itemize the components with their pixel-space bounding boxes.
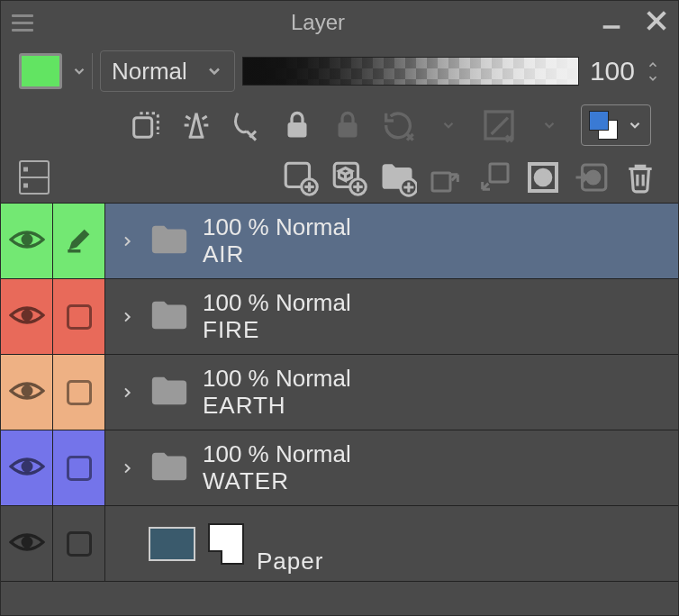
folder-icon [149,222,190,261]
visibility-toggle[interactable] [1,506,53,581]
lock-box-icon [67,531,92,557]
paper-icon [208,523,244,565]
menu-icon[interactable] [8,8,37,37]
svg-rect-24 [490,164,508,182]
swatch-dropdown[interactable] [69,53,93,89]
minimize-button[interactable] [599,8,624,37]
layer-name: AIR [203,241,351,268]
edit-lock-toggle[interactable] [53,279,105,354]
layer-list: 100 % NormalAIR100 % NormalFIRE100 % Nor… [1,203,678,615]
visibility-toggle[interactable] [1,430,53,505]
selection-icon[interactable] [228,106,266,144]
chevron-down-icon[interactable] [646,72,660,85]
visibility-toggle[interactable] [1,355,53,430]
edit-lock-toggle[interactable] [53,506,105,581]
layer-meta: 100 % Normal [203,214,351,241]
layer-meta: 100 % Normal [203,290,351,317]
layer-row[interactable]: Paper [1,506,678,582]
layer-thumbnail [149,527,195,561]
chevron-down-icon [530,106,568,144]
folder-icon [149,297,190,337]
svg-point-26 [536,170,551,186]
mask-button[interactable] [523,158,563,197]
layer-row[interactable]: 100 % NormalEARTH [1,355,678,430]
layer-name: Paper [257,548,323,575]
move-down-button[interactable] [475,158,514,197]
new-layer-button[interactable] [280,158,320,197]
eye-icon [9,530,45,558]
layer-meta: 100 % Normal [203,366,351,393]
layer-name: WATER [203,468,351,495]
folder-icon [149,448,190,488]
layer-name: EARTH [203,393,351,420]
duplicate-layer-icon[interactable] [127,106,165,144]
svg-rect-4 [288,122,307,138]
layer-color-swatch[interactable] [19,53,62,89]
expand-toggle[interactable] [118,306,136,328]
svg-point-32 [21,385,32,396]
toolbar-row-3 [1,152,678,203]
toolbar-row-1: Normal 100 [1,44,678,98]
eye-icon [9,303,45,331]
edit-lock-toggle[interactable] [53,204,105,278]
blend-mode-label: Normal [112,58,187,86]
expand-toggle[interactable] [118,457,136,479]
import-button[interactable] [572,158,611,197]
layer-panel: Layer Normal 100 [0,0,679,616]
panel-title: Layer [37,10,599,35]
refresh-disabled-icon [379,106,417,144]
pencil-icon [64,224,95,258]
close-button[interactable] [642,6,671,39]
eye-icon [9,227,45,256]
visibility-toggle[interactable] [1,204,53,278]
layer-meta: 100 % Normal [203,441,351,468]
trash-button[interactable] [620,158,660,197]
effect-disabled-icon [480,106,518,144]
eye-icon [9,378,45,407]
svg-rect-23 [432,173,450,191]
svg-point-33 [21,460,32,472]
layer-row[interactable]: 100 % NormalWATER [1,430,678,506]
layer-row[interactable]: 100 % NormalAIR [1,204,678,279]
fg-bg-color-button[interactable] [581,104,651,146]
svg-line-9 [492,118,508,134]
lock-box-icon [67,456,92,481]
edit-lock-toggle[interactable] [53,430,105,505]
layer-name: FIRE [203,317,351,344]
chevron-up-icon[interactable] [646,59,660,71]
new-folder-button[interactable] [377,158,417,197]
expand-toggle[interactable] [118,382,136,403]
svg-rect-5 [339,122,358,138]
opacity-slider[interactable] [242,57,579,86]
new-3d-layer-button[interactable] [329,158,368,197]
svg-rect-3 [134,118,152,138]
layer-row-body[interactable]: Paper [105,506,678,581]
move-up-button[interactable] [426,158,466,197]
titlebar: Layer [1,1,678,44]
layer-row-body[interactable]: 100 % NormalFIRE [105,279,678,354]
edit-lock-toggle[interactable] [53,355,105,430]
folder-icon [149,373,190,412]
chevron-down-icon [430,106,467,144]
svg-point-34 [21,536,32,548]
chevron-down-icon [205,62,223,80]
list-view-toggle[interactable] [19,160,50,195]
lock-box-icon [67,304,92,330]
blend-mode-select[interactable]: Normal [100,50,235,92]
expand-toggle[interactable] [118,231,136,252]
opacity-value[interactable]: 100 [586,56,638,86]
layer-row-body[interactable]: 100 % NormalWATER [105,430,678,505]
toolbar-row-2 [1,98,678,152]
layer-row-body[interactable]: 100 % NormalEARTH [105,355,678,430]
layer-row[interactable]: 100 % NormalFIRE [1,279,678,355]
svg-point-31 [21,309,32,321]
svg-point-29 [21,233,32,245]
opacity-spinner[interactable] [646,59,660,85]
lock-icon[interactable] [278,106,316,144]
filter-lighthouse-icon[interactable] [177,106,215,144]
visibility-toggle[interactable] [1,279,53,354]
lock-box-icon [67,380,92,405]
layer-row-body[interactable]: 100 % NormalAIR [105,204,678,278]
chevron-down-icon [627,117,643,133]
eye-icon [9,454,45,483]
